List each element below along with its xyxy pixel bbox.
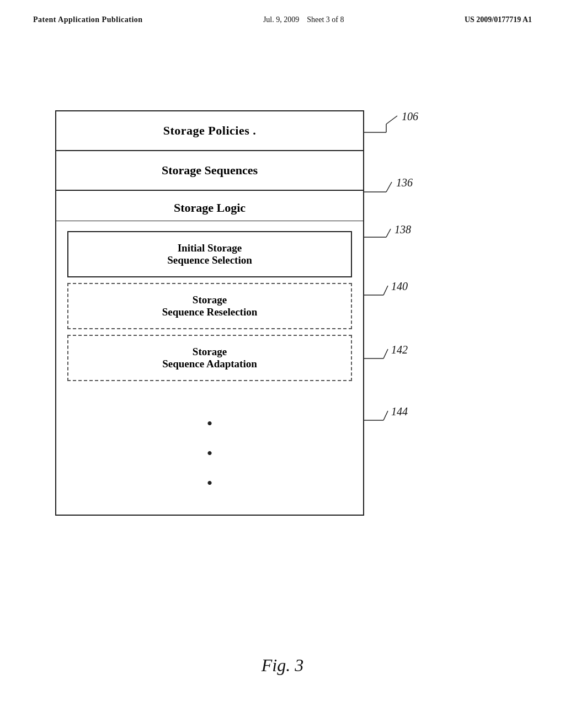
outer-box-106: Storage Policies . Storage Sequences Sto…: [55, 110, 364, 516]
publication-date: Jul. 9, 2009: [263, 15, 299, 24]
diagram-container: Storage Policies . Storage Sequences Sto…: [55, 110, 414, 516]
publication-type: Patent Application Publication: [33, 15, 143, 24]
dots-row: •••: [56, 398, 363, 515]
logic-label: Storage Logic: [174, 201, 246, 215]
box-reselection: StorageSequence Reselection: [67, 283, 352, 329]
box-adaptation: StorageSequence Adaptation: [67, 335, 352, 381]
sheet-info: Sheet 3 of 8: [307, 15, 344, 24]
figure-label: Fig. 3: [262, 655, 303, 676]
page-header: Patent Application Publication Jul. 9, 2…: [0, 15, 565, 24]
initial-selection-label: Initial StorageSequence Selection: [167, 242, 252, 266]
adaptation-label: StorageSequence Adaptation: [162, 346, 257, 370]
row-policies: Storage Policies .: [56, 111, 363, 151]
publication-date-sheet: Jul. 9, 2009 Sheet 3 of 8: [263, 15, 344, 24]
logic-container: Initial StorageSequence Selection Storag…: [56, 221, 363, 398]
sequences-label: Storage Sequences: [162, 163, 258, 177]
reselection-label: StorageSequence Reselection: [162, 294, 258, 318]
row-logic-header: Storage Logic: [56, 191, 363, 221]
patent-number: US 2009/0177719 A1: [465, 15, 532, 24]
box-initial-selection: Initial StorageSequence Selection: [67, 231, 352, 277]
policies-label: Storage Policies .: [163, 124, 256, 137]
row-sequences: Storage Sequences: [56, 151, 363, 191]
